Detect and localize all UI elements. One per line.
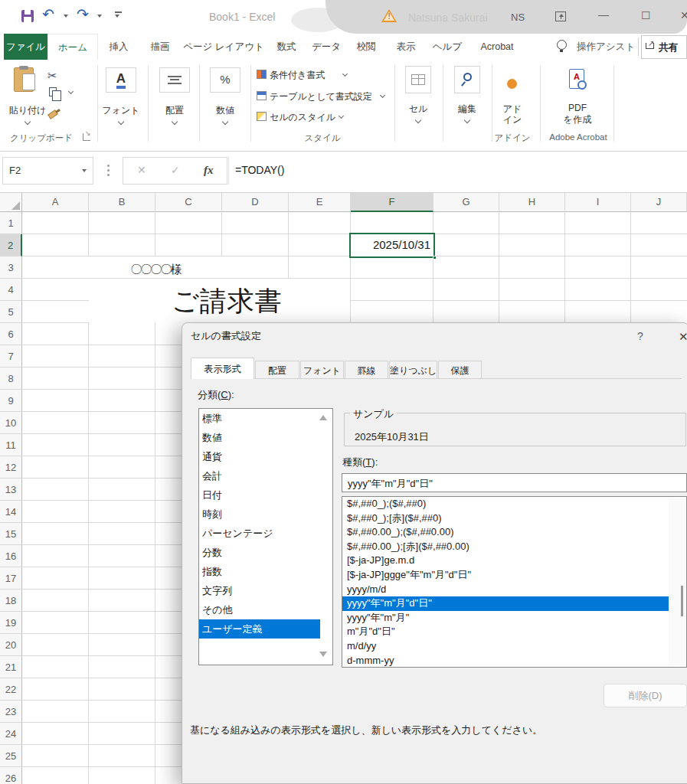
column-header-G[interactable]: G — [433, 193, 499, 212]
ribbon-tab-file[interactable]: ファイル — [4, 34, 47, 60]
undo-dropdown-icon[interactable] — [64, 15, 68, 18]
category-item-標準[interactable]: 標準 — [199, 409, 332, 428]
dialog-help-icon[interactable]: ? — [637, 330, 643, 342]
row-header-9[interactable]: 9 — [0, 390, 22, 412]
create-pdf-button[interactable]: PDF を作成 — [559, 64, 596, 135]
column-header-A[interactable]: A — [22, 193, 89, 212]
row-header-2[interactable]: 2 — [0, 234, 22, 256]
formula-bar-handle[interactable] — [107, 165, 110, 178]
tell-me-icon[interactable] — [557, 40, 567, 50]
ribbon-tab-描画[interactable]: 描画 — [139, 34, 181, 60]
dialog-tab-保護[interactable]: 保護 — [438, 361, 482, 379]
category-item-会計[interactable]: 会計 — [199, 466, 332, 485]
row-header-19[interactable]: 19 — [0, 612, 22, 634]
number-group-button[interactable]: % 数値 — [210, 66, 240, 135]
format-listbox[interactable]: $#,##0_);($#,##0)$#,##0_);[赤]($#,##0)$#,… — [342, 496, 687, 668]
minimize-button[interactable]: — — [598, 8, 609, 21]
select-all-corner[interactable] — [0, 193, 22, 212]
row-header-13[interactable]: 13 — [0, 479, 22, 501]
close-button[interactable]: ✕ — [680, 9, 687, 21]
ribbon-tab-データ[interactable]: データ — [306, 34, 346, 60]
ribbon-tab-ホーム[interactable]: ホーム — [47, 34, 98, 60]
row-header-16[interactable]: 16 — [0, 545, 22, 567]
copy-icon[interactable] — [49, 87, 57, 96]
category-listbox[interactable]: 標準数値通貨会計日付時刻パーセンテージ分数指数文字列その他ユーザー定義 — [198, 408, 333, 665]
category-item-数値[interactable]: 数値 — [199, 428, 332, 447]
category-item-文字列[interactable]: 文字列 — [199, 581, 332, 600]
delete-button[interactable]: 削除(D) — [604, 684, 687, 707]
row-header-5[interactable]: 5 — [0, 301, 22, 323]
invoice-title[interactable]: ご請求書 — [172, 283, 283, 319]
format-item-2[interactable]: $#,##0.00_);($#,##0.00) — [342, 525, 686, 540]
dialog-close-icon[interactable]: ✕ — [679, 330, 687, 344]
row-header-6[interactable]: 6 — [0, 323, 22, 345]
format-item-4[interactable]: [$-ja-JP]ge.m.d — [342, 554, 686, 568]
confirm-entry-icon[interactable]: ✓ — [171, 164, 180, 176]
format-item-8[interactable]: yyyy"年"m"月" — [342, 611, 686, 626]
column-header-B[interactable]: B — [89, 193, 155, 212]
dialog-tab-罫線[interactable]: 罫線 — [345, 361, 388, 379]
row-header-8[interactable]: 8 — [0, 368, 22, 390]
editing-group-button[interactable]: 編集 — [453, 64, 482, 135]
format-item-0[interactable]: $#,##0_);($#,##0) — [342, 497, 686, 511]
ribbon-tab-校閲[interactable]: 校閲 — [346, 34, 386, 60]
column-header-F[interactable]: F — [351, 193, 433, 212]
ribbon-display-options-icon[interactable] — [555, 11, 566, 21]
format-item-11[interactable]: d-mmm-yy — [342, 654, 686, 668]
category-item-日付[interactable]: 日付 — [199, 485, 332, 505]
row-header-25[interactable]: 25 — [0, 745, 22, 767]
row-header-12[interactable]: 12 — [0, 456, 22, 479]
qat-customize-icon[interactable] — [115, 11, 122, 18]
cancel-entry-icon[interactable]: ✕ — [137, 164, 146, 176]
copy-dropdown-icon[interactable] — [68, 89, 74, 94]
scroll-down-icon[interactable] — [319, 652, 327, 657]
ribbon-tab-ヘルプ[interactable]: ヘルプ — [426, 34, 469, 60]
row-header-3[interactable]: 3 — [0, 256, 22, 279]
category-item-分数[interactable]: 分数 — [199, 543, 332, 562]
dialog-tab-表示形式[interactable]: 表示形式 — [191, 358, 254, 379]
type-input[interactable]: yyyy"年"m"月"d"日" — [342, 473, 687, 492]
name-box[interactable]: F2 — [2, 157, 93, 185]
format-scrollbar[interactable] — [669, 498, 685, 666]
dialog-tab-塗りつぶし[interactable]: 塗りつぶし — [389, 361, 437, 379]
format-scrollbar-thumb[interactable] — [681, 586, 683, 616]
row-header-21[interactable]: 21 — [0, 656, 22, 678]
font-group-button[interactable]: A フォント — [106, 66, 136, 135]
category-item-時刻[interactable]: 時刻 — [199, 505, 332, 524]
insert-function-icon[interactable]: fx — [204, 164, 214, 177]
category-item-パーセンテージ[interactable]: パーセンテージ — [199, 524, 332, 543]
format-item-1[interactable]: $#,##0_);[赤]($#,##0) — [342, 511, 686, 526]
row-header-14[interactable]: 14 — [0, 501, 22, 523]
alignment-group-button[interactable]: 配置 — [159, 66, 190, 135]
tell-me-label[interactable]: 操作アシスト — [577, 41, 635, 54]
save-icon[interactable] — [21, 10, 34, 22]
dialog-tab-配置[interactable]: 配置 — [255, 361, 299, 379]
format-item-7[interactable]: yyyy"年"m"月"d"日" — [342, 596, 669, 611]
selected-cell-f2[interactable]: 2025/10/31 — [349, 233, 435, 258]
column-header-I[interactable]: I — [565, 193, 631, 212]
column-header-J[interactable]: J — [631, 193, 687, 212]
category-item-通貨[interactable]: 通貨 — [199, 447, 332, 466]
column-header-D[interactable]: D — [222, 193, 289, 212]
undo-icon[interactable]: ↶ — [42, 5, 54, 23]
category-item-ユーザー定義[interactable]: ユーザー定義 — [199, 619, 320, 639]
row-header-1[interactable]: 1 — [0, 212, 22, 234]
clipboard-dialog-launcher[interactable]: ↘ — [83, 133, 90, 141]
row-header-4[interactable]: 4 — [0, 279, 22, 301]
category-item-指数[interactable]: 指数 — [199, 562, 332, 581]
format-painter-icon[interactable] — [47, 109, 58, 119]
ribbon-tab-数式[interactable]: 数式 — [267, 34, 306, 60]
ribbon-tab-Acrobat[interactable]: Acrobat — [469, 34, 525, 60]
row-header-7[interactable]: 7 — [0, 345, 22, 368]
format-item-3[interactable]: $#,##0.00_);[赤]($#,##0.00) — [342, 540, 686, 554]
scroll-up-icon[interactable] — [319, 415, 327, 420]
row-header-10[interactable]: 10 — [0, 412, 22, 434]
maximize-button[interactable]: ☐ — [641, 9, 651, 21]
format-item-5[interactable]: [$-ja-JP]ggge"年"m"月"d"日" — [342, 568, 686, 583]
user-avatar[interactable]: NS — [511, 11, 525, 23]
column-header-H[interactable]: H — [499, 193, 565, 212]
category-item-その他[interactable]: その他 — [199, 600, 332, 619]
dialog-tab-フォント[interactable]: フォント — [300, 361, 344, 379]
row-header-11[interactable]: 11 — [0, 434, 22, 456]
format-item-9[interactable]: m"月"d"日" — [342, 625, 686, 639]
